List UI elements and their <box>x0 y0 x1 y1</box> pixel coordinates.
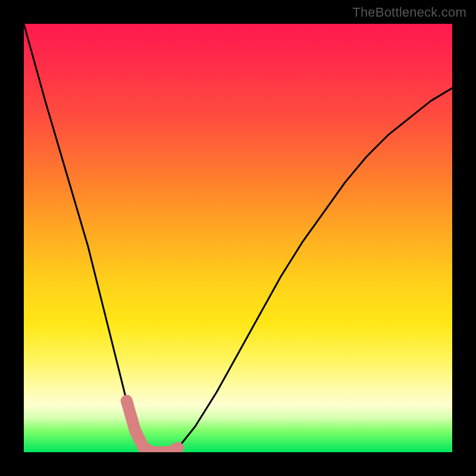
bottleneck-curve-svg <box>24 24 452 452</box>
watermark-text: TheBottleneck.com <box>352 5 466 20</box>
optimal-zone-marker <box>127 401 178 452</box>
plot-area <box>24 24 452 452</box>
chart-frame: TheBottleneck.com <box>0 0 476 476</box>
bottleneck-curve <box>24 24 452 452</box>
